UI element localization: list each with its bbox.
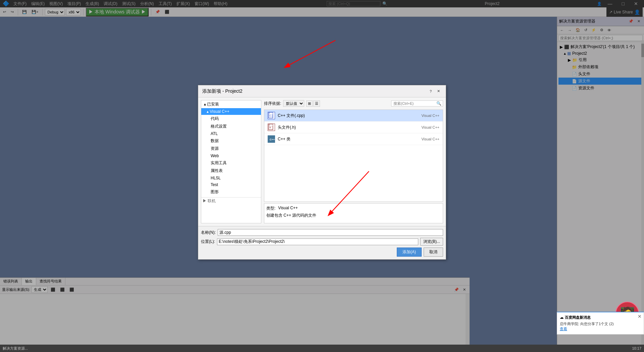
dialog-category-tree: ▴ 已安装 ▴ Visual C++ 代码 格式设置 ATL 数据 资源 Web…	[201, 100, 261, 223]
status-bar: 解决方案资源... 10:17	[0, 345, 644, 352]
dlg-format[interactable]: 格式设置	[201, 123, 261, 130]
cancel-button[interactable]: 取消	[424, 248, 443, 257]
status-right-text: 10:17	[632, 346, 641, 350]
cpp-file-icon: C++	[268, 112, 275, 119]
notification-popup: ☁ 百度网盘新消息 ✕ 启牛商学院: 向您分享了1个文 (2) 查看	[557, 312, 644, 335]
dialog-title-text: 添加新项 - Project2	[202, 88, 243, 94]
cpp-item-category: Visual C++	[421, 114, 439, 118]
dlg-hlsl[interactable]: HLSL	[201, 175, 261, 181]
dlg-graphics[interactable]: 图形	[201, 188, 261, 196]
view-mode-buttons: ⊞ ☰	[306, 100, 320, 107]
dialog-items-panel: 排序依据: 默认值 ⊞ ☰ 🔍	[264, 100, 443, 223]
sort-label: 排序依据:	[264, 101, 281, 106]
dlg-utility[interactable]: 实用工具	[201, 159, 261, 167]
dlg-data[interactable]: 数据	[201, 137, 261, 145]
h-item-category: Visual C++	[421, 125, 439, 129]
name-label: 名称(N):	[201, 230, 216, 235]
add-button[interactable]: 添加(A)	[397, 248, 422, 257]
class-item-name: C++ 类	[278, 136, 290, 142]
dialog-overlay: 添加新项 - Project2 ? ✕ ▴ 已安装 ▴ Visual C++ 代…	[0, 0, 644, 345]
class-icon: C++	[268, 135, 275, 143]
dialog-search-input[interactable]	[391, 101, 435, 106]
dialog-name-row: 名称(N):	[201, 229, 443, 236]
dialog-title-bar: 添加新项 - Project2 ? ✕	[198, 85, 446, 97]
dialog-body: ▴ 已安装 ▴ Visual C++ 代码 格式设置 ATL 数据 资源 Web…	[198, 97, 446, 226]
notification-title: ☁ 百度网盘新消息	[560, 315, 641, 320]
info-description: 创建包含 C++ 源代码的文件	[266, 213, 316, 218]
notification-close-button[interactable]: ✕	[638, 314, 642, 319]
grid-view-button[interactable]: ⊞	[306, 100, 313, 107]
filename-input[interactable]	[218, 229, 443, 236]
dialog-action-row: 添加(A) 取消	[201, 248, 443, 257]
notification-title-text: 百度网盘新消息	[565, 315, 591, 320]
dialog-filter-bar: 排序依据: 默认值 ⊞ ☰ 🔍	[264, 100, 443, 107]
dialog-item-header[interactable]: h 头文件(.h) Visual C++	[264, 122, 443, 133]
svg-text:C++: C++	[270, 138, 275, 141]
dialog-search-bar: 🔍	[391, 100, 443, 106]
location-input[interactable]	[217, 238, 418, 245]
dlg-resource[interactable]: 资源	[201, 145, 261, 152]
dlg-installed-label[interactable]: ▴ 已安装	[201, 100, 261, 108]
dlg-visual-cpp-label[interactable]: ▴ Visual C++	[201, 108, 261, 115]
dlg-web[interactable]: Web	[201, 152, 261, 159]
info-type-label: 类型:	[266, 206, 275, 211]
cpp-item-name: C++ 文件(.cpp)	[278, 113, 305, 119]
svg-text:h: h	[270, 126, 271, 129]
svg-rect-1	[270, 113, 273, 114]
notification-app-icon: ☁	[560, 315, 564, 320]
svg-rect-4	[270, 124, 273, 126]
dialog-item-cpp[interactable]: C++ C++ 文件(.cpp) Visual C++	[264, 110, 443, 122]
dlg-propsheet[interactable]: 属性表	[201, 167, 261, 175]
dialog-search-icon[interactable]: 🔍	[435, 101, 443, 106]
dlg-network-label[interactable]: ▶ 联机	[201, 197, 261, 205]
location-label: 位置(L):	[201, 239, 215, 245]
class-item-category: Visual C++	[421, 137, 439, 141]
h-file-icon: h	[268, 124, 275, 131]
notification-action-link[interactable]: 查看	[560, 327, 567, 331]
h-item-name: 头文件(.h)	[278, 125, 296, 130]
dialog-bottom-area: 名称(N): 位置(L): 浏览(B)... 添加(A) 取消	[198, 226, 446, 259]
add-new-item-dialog: 添加新项 - Project2 ? ✕ ▴ 已安装 ▴ Visual C++ 代…	[198, 85, 446, 260]
list-view-button[interactable]: ☰	[313, 100, 320, 107]
dlg-atl[interactable]: ATL	[201, 130, 261, 137]
dlg-test[interactable]: Test	[201, 181, 261, 188]
status-left-text: 解决方案资源...	[3, 346, 28, 351]
dialog-items-list: C++ C++ 文件(.cpp) Visual C++ h	[264, 109, 443, 202]
dialog-location-row: 位置(L): 浏览(B)...	[201, 238, 443, 246]
dialog-close-button[interactable]: ✕	[435, 88, 442, 94]
info-type-value: Visual C++	[278, 206, 298, 211]
dlg-code[interactable]: 代码	[201, 115, 261, 123]
dialog-help-button[interactable]: ?	[428, 88, 433, 94]
sort-select[interactable]: 默认值	[283, 100, 304, 107]
dialog-info-panel: 类型: Visual C++ 创建包含 C++ 源代码的文件	[264, 203, 443, 223]
dialog-item-class[interactable]: C++ C++ 类 Visual C++	[264, 133, 443, 145]
browse-button[interactable]: 浏览(B)...	[420, 238, 443, 246]
svg-text:C++: C++	[269, 115, 273, 117]
notification-body-text: 启牛商学院: 向您分享了1个文 (2)	[560, 321, 641, 326]
